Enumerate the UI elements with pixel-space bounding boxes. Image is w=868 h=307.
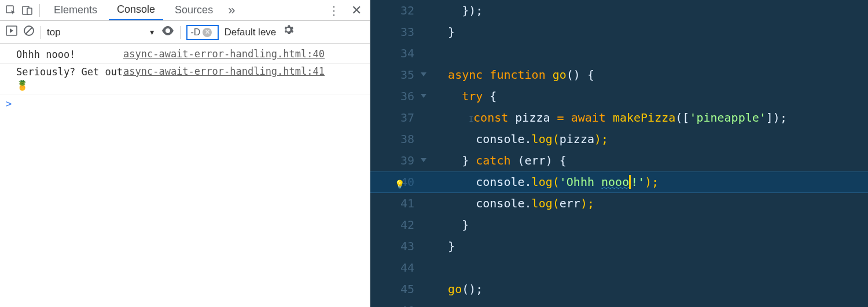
code-line [428, 257, 868, 279]
devtools-panel: Elements Console Sources » ⋮ ✕ top ▼ [0, 0, 370, 307]
code-line: } [428, 214, 868, 236]
log-message: Seriously? Get out 🍍 [16, 65, 123, 92]
line-gutter: 32 33 34 35 36 37 38 39 40 41 42 43 44 4… [370, 0, 428, 307]
devtools-tabbar: Elements Console Sources » ⋮ ✕ [0, 0, 370, 21]
line-number: 34 [370, 43, 418, 64]
divider [180, 26, 181, 39]
context-label: top [47, 27, 61, 38]
code-editor[interactable]: 32 33 34 35 36 37 38 39 40 41 42 43 44 4… [370, 0, 868, 307]
context-selector[interactable]: top ▼ [47, 27, 156, 38]
gear-icon[interactable] [284, 25, 295, 39]
close-icon[interactable]: ✕ [348, 3, 365, 18]
clear-console-icon[interactable] [23, 25, 35, 39]
line-number: 32 [370, 0, 418, 21]
console-log-row: Seriously? Get out 🍍 async-await-error-h… [0, 64, 370, 94]
filter-input[interactable]: -D ✕ [186, 25, 219, 40]
filter-value: -D [191, 27, 201, 38]
tab-console[interactable]: Console [109, 0, 163, 20]
console-toolbar: top ▼ -D ✕ Default leve [0, 21, 370, 44]
console-output: Ohhh nooo! async-await-error-handling.ht… [0, 44, 370, 307]
divider [41, 26, 41, 39]
code-line: try { [428, 86, 868, 107]
code-line: go(); [428, 279, 868, 300]
line-number[interactable]: 36 [370, 86, 418, 107]
code-line: console.log('Ohhh nooo!'); [428, 171, 868, 193]
line-number[interactable]: 39 [370, 150, 418, 171]
line-number: 37 [370, 107, 418, 129]
clear-filter-icon[interactable]: ✕ [203, 28, 212, 37]
device-toggle-icon[interactable] [21, 4, 34, 17]
inspect-icon[interactable] [5, 4, 17, 17]
line-number: 43 [370, 236, 418, 257]
line-number: 42 [370, 214, 418, 236]
log-levels-select[interactable]: Default leve [225, 27, 278, 38]
code-line [428, 43, 868, 64]
log-source-link[interactable]: async-await-error-handling.html:41 [123, 65, 364, 77]
eye-icon[interactable] [161, 26, 174, 38]
console-log-row: Ohhh nooo! async-await-error-handling.ht… [0, 46, 370, 64]
line-number: 33 [370, 21, 418, 43]
svg-line-5 [26, 28, 32, 34]
chevron-down-icon: ▼ [149, 28, 156, 36]
lightbulb-icon[interactable]: 💡 [395, 174, 404, 195]
console-prompt[interactable]: > [0, 94, 370, 113]
sidebar-toggle-icon[interactable] [6, 25, 17, 39]
log-message: Ohhh nooo! [16, 48, 123, 61]
tab-sources[interactable]: Sources [167, 0, 221, 20]
code-line: async function go() { [428, 64, 868, 86]
line-number: 41 [370, 193, 418, 214]
line-number: 46 [370, 300, 418, 307]
line-number[interactable]: 35 [370, 64, 418, 86]
more-tabs-icon[interactable]: » [225, 3, 238, 18]
code-line: } [428, 236, 868, 257]
tab-elements[interactable]: Elements [46, 0, 105, 20]
svg-rect-2 [27, 8, 32, 14]
code-line [428, 300, 868, 307]
line-number: 38 [370, 129, 418, 150]
line-number: 45 [370, 279, 418, 300]
code-line: } [428, 21, 868, 43]
code-line: console.log(err); [428, 193, 868, 214]
divider [39, 4, 40, 17]
line-number: 44 [370, 257, 418, 279]
log-source-link[interactable]: async-await-error-handling.html:40 [123, 48, 364, 60]
code-area[interactable]: 💡 }); } async function go() { try { Icon… [428, 0, 868, 307]
code-line: console.log(pizza); [428, 129, 868, 150]
kebab-menu-icon[interactable]: ⋮ [323, 3, 344, 17]
code-line: } catch (err) { [428, 150, 868, 171]
code-line: }); [428, 0, 868, 21]
code-line: Iconst pizza = await makePizza(['pineapp… [428, 107, 868, 129]
